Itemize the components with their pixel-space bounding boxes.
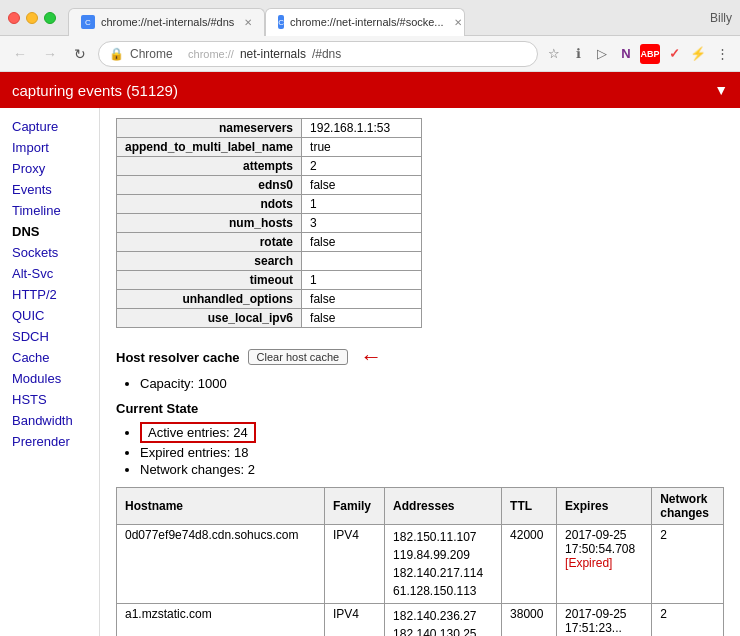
tab-close-sockets[interactable]: ✕ [454,17,462,28]
cache-ttl-1: 42000 [502,525,557,604]
sidebar-item-hsts[interactable]: HSTS [0,389,99,410]
cache-family-2: IPV4 [325,604,385,637]
sidebar-item-cache[interactable]: Cache [0,347,99,368]
table-row: num_hosts 3 [117,214,422,233]
config-val-rotate: false [302,233,422,252]
status-title: capturing events (51129) [12,82,178,99]
tabs-bar: C chrome://net-internals/#dns ✕ C chrome… [68,0,702,36]
menu-icon[interactable]: ⋮ [712,44,732,64]
sidebar-item-dns: DNS [0,221,99,242]
col-header-addresses: Addresses [385,488,502,525]
state-item-expired: Expired entries: 18 [140,445,724,460]
tab-dns[interactable]: C chrome://net-internals/#dns ✕ [68,8,265,36]
sidebar-item-import[interactable]: Import [0,137,99,158]
sidebar-item-http2[interactable]: HTTP/2 [0,284,99,305]
current-state-title: Current State [116,401,724,416]
tab-sockets[interactable]: C chrome://net-internals/#socke... ✕ [265,8,465,36]
sidebar-item-modules[interactable]: Modules [0,368,99,389]
sidebar-item-prerender[interactable]: Prerender [0,431,99,452]
state-item-network: Network changes: 2 [140,462,724,477]
star-icon[interactable]: ☆ [544,44,564,64]
url-host: net-internals [240,47,306,61]
sidebar-item-alt-svc[interactable]: Alt-Svc [0,263,99,284]
abp-icon[interactable]: ABP [640,44,660,64]
maximize-button[interactable] [44,12,56,24]
sidebar-item-events[interactable]: Events [0,179,99,200]
address-bar[interactable]: 🔒 Chrome chrome://net-internals/#dns [98,41,538,67]
col-header-hostname: Hostname [117,488,325,525]
config-val-unhandled: false [302,290,422,309]
table-header-row: Hostname Family Addresses TTL Expires Ne… [117,488,724,525]
table-row: edns0 false [117,176,422,195]
cache-hostname-2: a1.mzstatic.com [117,604,325,637]
config-val-edns0: false [302,176,422,195]
table-row: use_local_ipv6 false [117,309,422,328]
table-row: nameservers 192.168.1.1:53 [117,119,422,138]
sidebar-item-timeline[interactable]: Timeline [0,200,99,221]
red-arrow-annotation: ← [360,344,382,370]
cache-network-1: 2 [652,525,724,604]
config-val-nameservers: 192.168.1.1:53 [302,119,422,138]
col-header-family: Family [325,488,385,525]
status-bar: capturing events (51129) ▼ [0,72,740,108]
tab-label-sockets: chrome://net-internals/#socke... [290,16,443,28]
col-header-ttl: TTL [502,488,557,525]
dns-cache-table: Hostname Family Addresses TTL Expires Ne… [116,487,724,636]
cache-hostname-1: 0d077ef9e74d8.cdn.sohucs.com [117,525,325,604]
cache-network-2: 2 [652,604,724,637]
cache-addresses-1: 182.150.11.107119.84.99.209182.140.217.1… [385,525,502,604]
table-row: ndots 1 [117,195,422,214]
section-header-cache: Host resolver cache Clear host cache ← [116,344,724,370]
sidebar-item-capture[interactable]: Capture [0,116,99,137]
sidebar-item-quic[interactable]: QUIC [0,305,99,326]
capacity-list: Capacity: 1000 [140,376,724,391]
url-scheme: Chrome [130,47,173,61]
browser-titlebar: C chrome://net-internals/#dns ✕ C chrome… [0,0,740,36]
config-key-ipv6: use_local_ipv6 [117,309,302,328]
table-row: attempts 2 [117,157,422,176]
reload-button[interactable]: ↻ [68,42,92,66]
browser-toolbar: ← → ↻ 🔒 Chrome chrome://net-internals/#d… [0,36,740,72]
table-row: rotate false [117,233,422,252]
expired-label: [Expired] [565,556,612,570]
section-title-cache: Host resolver cache [116,350,240,365]
config-key-unhandled: unhandled_options [117,290,302,309]
cast-icon[interactable]: ▷ [592,44,612,64]
clear-host-cache-button[interactable]: Clear host cache [248,349,349,365]
extension1-icon[interactable]: ✓ [664,44,684,64]
toolbar-actions: ☆ ℹ ▷ N ABP ✓ ⚡ ⋮ [544,44,732,64]
status-arrow: ▼ [714,82,728,98]
state-item-active: Active entries: 24 [140,422,724,443]
info-icon[interactable]: ℹ [568,44,588,64]
forward-button[interactable]: → [38,42,62,66]
col-header-network-changes: Networkchanges [652,488,724,525]
tab-label-dns: chrome://net-internals/#dns [101,16,234,28]
cache-family-1: IPV4 [325,525,385,604]
dns-config-table: nameservers 192.168.1.1:53 append_to_mul… [116,118,422,328]
config-key-timeout: timeout [117,271,302,290]
sidebar-item-sdch[interactable]: SDCH [0,326,99,347]
tab-close-dns[interactable]: ✕ [244,17,252,28]
config-key-append: append_to_multi_label_name [117,138,302,157]
extension2-icon[interactable]: ⚡ [688,44,708,64]
sidebar-item-proxy[interactable]: Proxy [0,158,99,179]
config-val-attempts: 2 [302,157,422,176]
traffic-lights [8,12,56,24]
table-row: 0d077ef9e74d8.cdn.sohucs.com IPV4 182.15… [117,525,724,604]
config-key-ndots: ndots [117,195,302,214]
close-button[interactable] [8,12,20,24]
main-layout: Capture Import Proxy Events Timeline DNS… [0,108,740,636]
sidebar-item-sockets[interactable]: Sockets [0,242,99,263]
cache-ttl-2: 38000 [502,604,557,637]
config-val-num-hosts: 3 [302,214,422,233]
tab-favicon-sockets: C [278,15,284,29]
onenote-icon[interactable]: N [616,44,636,64]
config-val-search [302,252,422,271]
table-row: search [117,252,422,271]
back-button[interactable]: ← [8,42,32,66]
tab-favicon-dns: C [81,15,95,29]
config-val-append: true [302,138,422,157]
minimize-button[interactable] [26,12,38,24]
config-key-rotate: rotate [117,233,302,252]
sidebar-item-bandwidth[interactable]: Bandwidth [0,410,99,431]
